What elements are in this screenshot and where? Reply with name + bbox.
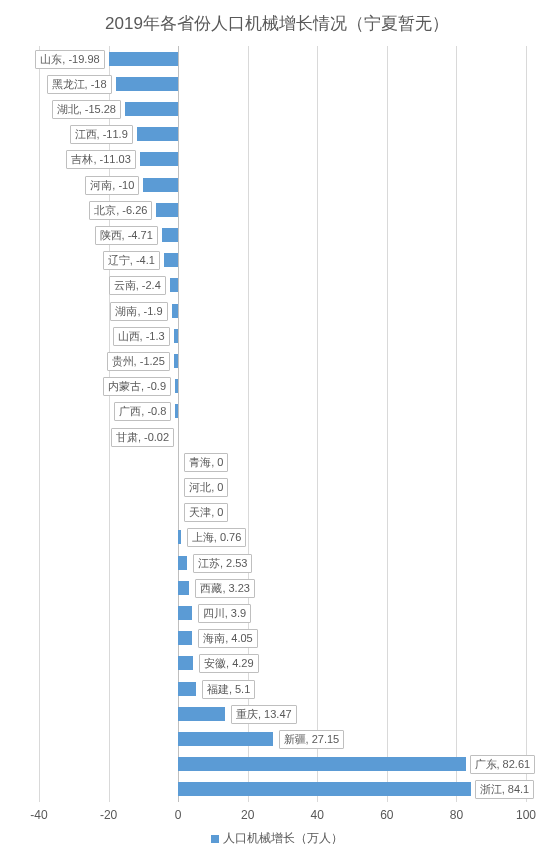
- data-label: 西藏, 3.23: [195, 579, 255, 598]
- x-tick-label: 40: [311, 808, 324, 822]
- x-tick-label: 100: [516, 808, 536, 822]
- data-label: 江苏, 2.53: [193, 554, 253, 573]
- bar-row: 河南, -10: [39, 178, 526, 192]
- data-label: 北京, -6.26: [89, 201, 152, 220]
- bar-row: 内蒙古, -0.9: [39, 379, 526, 393]
- data-label: 云南, -2.4: [109, 276, 166, 295]
- x-tick-label: 20: [241, 808, 254, 822]
- data-label: 江西, -11.9: [70, 125, 133, 144]
- bar: [174, 329, 179, 343]
- bar-row: 云南, -2.4: [39, 278, 526, 292]
- bar-row: 新疆, 27.15: [39, 732, 526, 746]
- bar-row: 陕西, -4.71: [39, 228, 526, 242]
- plot-area: -40-20020406080100山东, -19.98黑龙江, -18湖北, …: [39, 46, 526, 802]
- data-label: 安徽, 4.29: [199, 654, 259, 673]
- data-label: 新疆, 27.15: [279, 730, 345, 749]
- data-label: 海南, 4.05: [198, 629, 258, 648]
- bar: [178, 631, 192, 645]
- bar: [116, 77, 179, 91]
- data-label: 甘肃, -0.02: [111, 428, 174, 447]
- bar-row: 四川, 3.9: [39, 606, 526, 620]
- data-label: 吉林, -11.03: [66, 150, 135, 169]
- data-label: 山西, -1.3: [113, 327, 170, 346]
- bar: [178, 757, 465, 771]
- data-label: 贵州, -1.25: [107, 352, 170, 371]
- bar: [172, 304, 179, 318]
- bar-row: 北京, -6.26: [39, 203, 526, 217]
- bar: [178, 682, 196, 696]
- bar: [170, 278, 178, 292]
- bar: [143, 178, 178, 192]
- bar-row: 西藏, 3.23: [39, 581, 526, 595]
- data-label: 湖南, -1.9: [110, 302, 167, 321]
- data-label: 黑龙江, -18: [47, 75, 112, 94]
- chart-title: 2019年各省份人口机械增长情况（宁夏暂无）: [0, 0, 554, 35]
- data-label: 河北, 0: [184, 478, 228, 497]
- x-tick-label: 0: [175, 808, 182, 822]
- bar: [140, 152, 178, 166]
- bar-row: 天津, 0: [39, 505, 526, 519]
- bar: [162, 228, 178, 242]
- bar-row: 吉林, -11.03: [39, 152, 526, 166]
- data-label: 福建, 5.1: [202, 680, 255, 699]
- bar-row: 江苏, 2.53: [39, 556, 526, 570]
- data-label: 四川, 3.9: [198, 604, 251, 623]
- bar-row: 广东, 82.61: [39, 757, 526, 771]
- bar-row: 广西, -0.8: [39, 404, 526, 418]
- data-label: 陕西, -4.71: [95, 226, 158, 245]
- bar: [175, 379, 178, 393]
- bar: [175, 404, 178, 418]
- bar: [178, 782, 471, 796]
- bar-row: 河北, 0: [39, 480, 526, 494]
- x-tick-label: 80: [450, 808, 463, 822]
- data-label: 湖北, -15.28: [52, 100, 121, 119]
- legend-swatch: [211, 835, 219, 843]
- data-label: 浙江, 84.1: [475, 780, 535, 799]
- bar-row: 辽宁, -4.1: [39, 253, 526, 267]
- bar-row: 山西, -1.3: [39, 329, 526, 343]
- data-label: 青海, 0: [184, 453, 228, 472]
- data-label: 山东, -19.98: [35, 50, 104, 69]
- bar: [164, 253, 178, 267]
- data-label: 河南, -10: [85, 176, 139, 195]
- bar-row: 甘肃, -0.02: [39, 430, 526, 444]
- bar: [178, 732, 272, 746]
- data-label: 广东, 82.61: [470, 755, 536, 774]
- x-tick-label: -20: [100, 808, 117, 822]
- data-label: 重庆, 13.47: [231, 705, 297, 724]
- bar-row: 重庆, 13.47: [39, 707, 526, 721]
- bar: [125, 102, 178, 116]
- bar-row: 贵州, -1.25: [39, 354, 526, 368]
- bar-row: 浙江, 84.1: [39, 782, 526, 796]
- bar-row: 海南, 4.05: [39, 631, 526, 645]
- data-label: 上海, 0.76: [187, 528, 247, 547]
- bar-row: 青海, 0: [39, 455, 526, 469]
- bar: [178, 581, 189, 595]
- bar-row: 湖北, -15.28: [39, 102, 526, 116]
- bar-row: 湖南, -1.9: [39, 304, 526, 318]
- legend: 人口机械增长（万人）: [0, 830, 554, 847]
- data-label: 广西, -0.8: [114, 402, 171, 421]
- data-label: 辽宁, -4.1: [103, 251, 160, 270]
- bar: [178, 556, 187, 570]
- legend-label: 人口机械增长（万人）: [223, 831, 343, 845]
- gridline: [526, 46, 527, 802]
- x-tick-label: -40: [30, 808, 47, 822]
- bar: [156, 203, 178, 217]
- bar: [178, 707, 225, 721]
- bar-row: 江西, -11.9: [39, 127, 526, 141]
- bar-row: 黑龙江, -18: [39, 77, 526, 91]
- bar-row: 福建, 5.1: [39, 682, 526, 696]
- data-label: 天津, 0: [184, 503, 228, 522]
- bar: [174, 354, 178, 368]
- bar: [178, 530, 181, 544]
- bar: [109, 52, 179, 66]
- bar-row: 安徽, 4.29: [39, 656, 526, 670]
- bar: [137, 127, 178, 141]
- x-tick-label: 60: [380, 808, 393, 822]
- chart-container: 2019年各省份人口机械增长情况（宁夏暂无） -40-2002040608010…: [0, 0, 554, 853]
- bar: [178, 656, 193, 670]
- bar: [178, 606, 192, 620]
- bar-row: 上海, 0.76: [39, 530, 526, 544]
- data-label: 内蒙古, -0.9: [103, 377, 171, 396]
